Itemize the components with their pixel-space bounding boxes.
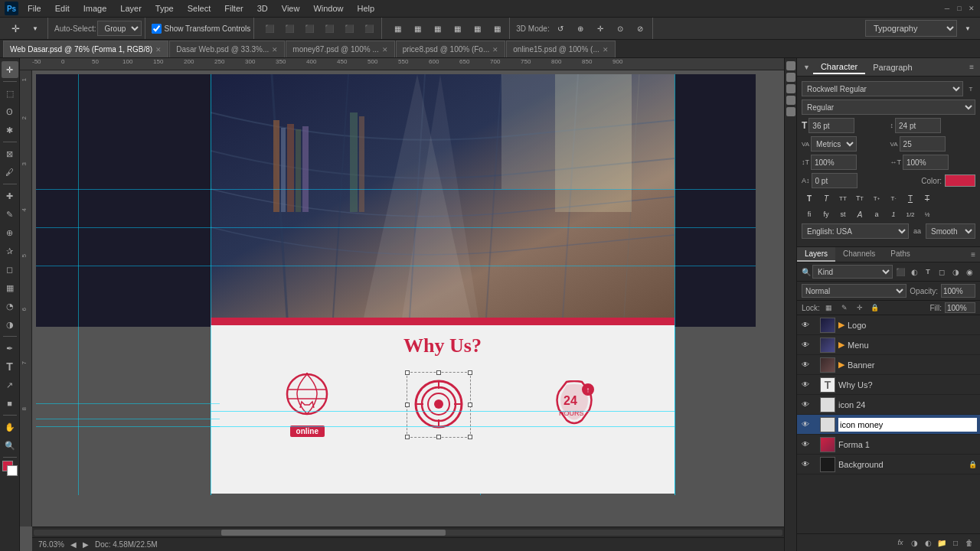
layer-banner-eye[interactable]: 👁 xyxy=(800,360,811,370)
layer-new-btn[interactable]: □ xyxy=(949,536,962,549)
dist-2-btn[interactable]: ▦ xyxy=(408,20,426,37)
menu-edit[interactable]: Edit xyxy=(49,2,76,15)
menu-file[interactable]: File xyxy=(21,2,47,15)
small-caps-btn[interactable]: TT xyxy=(852,191,867,205)
zoom-tool-icon[interactable]: 🔍 xyxy=(2,437,18,454)
hand-tool-icon[interactable]: ✋ xyxy=(2,419,18,435)
move-tool[interactable]: ✛ xyxy=(6,20,24,37)
dist-4-btn[interactable]: ▦ xyxy=(448,20,466,37)
gradient-tool-icon[interactable]: ▦ xyxy=(2,279,18,296)
typography-arrow[interactable]: ▼ xyxy=(959,20,977,37)
layer-iconmoney-eye[interactable]: 👁 xyxy=(800,419,811,430)
menu-image[interactable]: Image xyxy=(77,2,113,15)
handle-tl[interactable] xyxy=(405,370,410,375)
scale-v-input[interactable] xyxy=(811,155,857,170)
font-size-input[interactable] xyxy=(808,118,854,133)
shape-tool-icon[interactable]: ■ xyxy=(2,395,18,412)
tab-2[interactable]: money87.psd @ 100% ... ✕ xyxy=(286,41,394,57)
tool-options[interactable]: ▼ xyxy=(26,20,44,37)
foreground-color-swatch[interactable] xyxy=(2,461,18,476)
layer-forma1[interactable]: 👁 Forma 1 xyxy=(797,435,980,455)
lock-pixels-btn[interactable]: ✎ xyxy=(838,302,851,313)
align-left-btn[interactable]: ⬛ xyxy=(260,20,279,37)
handle-bl[interactable] xyxy=(405,435,410,439)
align-center-h-btn[interactable]: ⬛ xyxy=(280,20,299,37)
3d-pan-btn[interactable]: ✛ xyxy=(591,20,609,37)
move-tool-icon[interactable]: ✛ xyxy=(2,61,18,78)
eyedropper-tool-icon[interactable]: 🖋 xyxy=(2,164,18,181)
layer-whyus[interactable]: 👁 T Why Us? xyxy=(797,375,980,395)
scale-h-input[interactable] xyxy=(903,155,949,170)
stylistic-btn[interactable]: A xyxy=(852,207,867,221)
faux-italic-btn[interactable]: T xyxy=(818,191,834,205)
align-top-btn[interactable]: ⬛ xyxy=(320,20,338,37)
3d-zoom-btn[interactable]: ⊘ xyxy=(631,20,649,37)
layer-delete-btn[interactable]: 🗑 xyxy=(963,536,975,549)
align-bottom-btn[interactable]: ⬛ xyxy=(360,20,378,37)
ligatures-btn[interactable]: fi xyxy=(802,207,817,221)
layers-tab[interactable]: Layers xyxy=(797,247,835,262)
handle-br[interactable] xyxy=(468,435,472,439)
side-icon-2[interactable] xyxy=(786,73,795,82)
tab-1[interactable]: Dasar Web.psd @ 33.3%... ✕ xyxy=(169,41,285,57)
discretionary-btn[interactable]: fy xyxy=(818,207,834,221)
menu-view[interactable]: View xyxy=(276,2,306,15)
antialias-select[interactable]: Smooth None Sharp Crisp Strong xyxy=(926,223,975,239)
tab-2-close[interactable]: ✕ xyxy=(382,46,388,54)
baseline-input[interactable] xyxy=(812,173,858,188)
tab-0-close[interactable]: ✕ xyxy=(155,46,162,54)
clone-tool-icon[interactable]: ⊕ xyxy=(2,224,18,241)
underline-btn[interactable]: T xyxy=(903,191,918,205)
character-tab[interactable]: Character xyxy=(813,60,865,74)
lasso-tool-icon[interactable]: ʘ xyxy=(2,103,18,120)
dist-5-btn[interactable]: ▦ xyxy=(468,20,486,37)
tab-4-close[interactable]: ✕ xyxy=(603,46,609,54)
font-style-select[interactable]: Regular xyxy=(802,99,975,115)
menu-3d[interactable]: 3D xyxy=(251,2,274,15)
tab-3-close[interactable]: ✕ xyxy=(492,46,498,54)
opacity-input[interactable] xyxy=(941,284,975,298)
menu-filter[interactable]: Filter xyxy=(218,2,249,15)
status-arrow-left[interactable]: ◀ xyxy=(70,540,77,549)
maximize-button[interactable]: □ xyxy=(954,3,965,14)
typography-dropdown[interactable]: Typography xyxy=(865,20,957,37)
tab-1-close[interactable]: ✕ xyxy=(272,46,278,54)
layer-background-eye[interactable]: 👁 xyxy=(800,459,811,470)
dist-1-btn[interactable]: ▦ xyxy=(388,20,407,37)
layer-logo[interactable]: 👁 ▶ Logo xyxy=(797,315,980,335)
lock-all-btn[interactable]: 🔒 xyxy=(869,302,881,313)
all-caps-btn[interactable]: TT xyxy=(835,191,851,205)
layer-iconmoney[interactable]: 👁 xyxy=(797,415,980,435)
brush-tool-icon[interactable]: ✎ xyxy=(2,206,18,223)
pen-tool-icon[interactable]: ✒ xyxy=(2,340,18,357)
strikethrough-btn[interactable]: T xyxy=(920,191,935,205)
dist-3-btn[interactable]: ▦ xyxy=(428,20,446,37)
healing-tool-icon[interactable]: ✚ xyxy=(2,187,18,204)
layer-icon24-eye[interactable]: 👁 xyxy=(800,399,811,410)
lock-position-btn[interactable]: ✛ xyxy=(854,302,866,313)
status-arrow-right[interactable]: ▶ xyxy=(83,540,89,549)
close-button[interactable]: ✕ xyxy=(966,3,977,14)
filter-toggle[interactable]: ◉ xyxy=(963,266,975,278)
kind-select[interactable]: Kind xyxy=(812,265,893,279)
blur-tool-icon[interactable]: ◔ xyxy=(2,298,18,315)
layer-banner[interactable]: 👁 ▶ Banner xyxy=(797,355,980,375)
marquee-tool-icon[interactable]: ⬚ xyxy=(2,85,18,102)
titling-btn[interactable]: a xyxy=(869,207,884,221)
layer-group-btn[interactable]: 📁 xyxy=(936,536,948,549)
layer-menu[interactable]: 👁 ▶ Menu xyxy=(797,335,980,355)
side-icon-3[interactable] xyxy=(786,84,795,93)
filter-pixel-icon[interactable]: ⬛ xyxy=(894,266,906,278)
side-icon-1[interactable] xyxy=(786,61,795,70)
menu-layer[interactable]: Layer xyxy=(114,2,148,15)
font-family-select[interactable]: Rockwell Regular xyxy=(802,81,963,96)
path-tool-icon[interactable]: ↗ xyxy=(2,377,18,393)
old-style-btn[interactable]: st xyxy=(835,207,851,221)
contextual-btn[interactable]: 1 xyxy=(886,207,901,221)
layer-whyus-eye[interactable]: 👁 xyxy=(800,380,811,390)
paragraph-tab[interactable]: Paragraph xyxy=(865,61,920,73)
layer-adjustment-btn[interactable]: ◐ xyxy=(922,536,934,549)
filter-adjust-icon[interactable]: ◐ xyxy=(908,266,920,278)
align-center-v-btn[interactable]: ⬛ xyxy=(340,20,358,37)
align-right-btn[interactable]: ⬛ xyxy=(300,20,318,37)
